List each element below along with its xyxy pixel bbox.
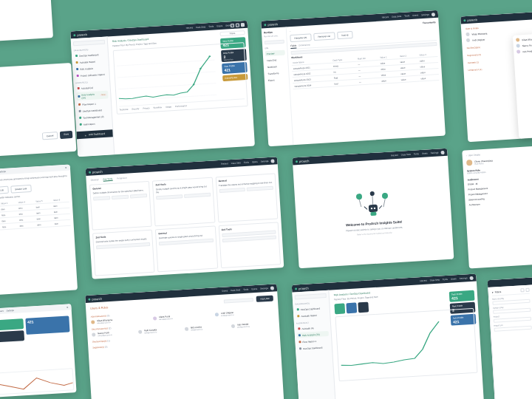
- leftnav-item[interactable]: Data Grid: [265, 57, 285, 64]
- nav-item[interactable]: Settings: [261, 160, 269, 163]
- sidebar-item-aud[interactable]: Flow Report 1: [297, 338, 329, 345]
- user-avatar[interactable]: [440, 150, 444, 154]
- nav-item[interactable]: Data Sets: [392, 15, 401, 18]
- sidebar-item-aud[interactable]: DevOps Dashboard: [77, 106, 109, 114]
- nav-item[interactable]: Data Sets: [196, 25, 205, 29]
- filter-field[interactable]: More recently: [492, 296, 530, 305]
- filter-field[interactable]: Project: [494, 314, 531, 323]
- tab-dimensions[interactable]: Dimensions: [299, 43, 310, 48]
- nav-item[interactable]: Users: [412, 13, 418, 16]
- sidebar-item-dash[interactable]: Autotask Report: [296, 312, 327, 319]
- chart-tab[interactable]: Privacy: [143, 106, 149, 110]
- nav-item[interactable]: Recent: [221, 162, 228, 166]
- chart-tab[interactable]: Performance: [175, 104, 187, 108]
- nav-item[interactable]: Tools: [208, 25, 214, 28]
- gear-icon[interactable]: ⚙: [65, 166, 67, 169]
- nav-item[interactable]: Recent: [391, 154, 398, 157]
- user-item[interactable]: Raki Kunakaraki@proarch.io: [138, 327, 182, 335]
- sidebar-item-aud[interactable]: Risk Report: [78, 120, 110, 127]
- nav-item[interactable]: Data Sets: [430, 279, 440, 282]
- stream-button[interactable]: Stream Link: [10, 185, 32, 194]
- nav-item[interactable]: Recent: [420, 279, 427, 283]
- kpi-chip[interactable]: [346, 302, 357, 313]
- nav-item[interactable]: Data Sets: [231, 288, 240, 292]
- close-icon[interactable]: [525, 288, 529, 292]
- refresh-icon[interactable]: [236, 23, 239, 27]
- add-user-button[interactable]: Add User: [256, 296, 273, 302]
- chart-tab[interactable]: Security: [132, 107, 139, 111]
- grid-icon[interactable]: [231, 24, 234, 27]
- sidebar-item-aud-selected[interactable]: Risk Analysis (34): [297, 331, 329, 338]
- nav-item[interactable]: Users: [222, 289, 228, 292]
- filter-field[interactable]: Report set: [494, 323, 531, 332]
- kpi-chip[interactable]: [334, 303, 345, 314]
- nav-item[interactable]: Settings: [260, 287, 268, 290]
- user-item[interactable]: Nancy Rothnancy@proarch.io: [92, 330, 135, 338]
- autoid-button[interactable]: Auto-id: [337, 31, 353, 39]
- nav-item[interactable]: Settings: [431, 151, 439, 154]
- search-input[interactable]: [73, 40, 105, 47]
- search-input[interactable]: [224, 298, 253, 303]
- sidebar-item-aud[interactable]: Flow Report 1: [77, 100, 109, 107]
- tab-fields[interactable]: Fields: [290, 44, 296, 49]
- add-dashboard-button[interactable]: ＋Add Dashboard: [76, 129, 113, 139]
- leftnav-item[interactable]: Export: [267, 77, 287, 83]
- sidebar-item-dash[interactable]: Autotask Report: [74, 58, 106, 66]
- nav-item[interactable]: Users: [422, 151, 428, 154]
- nav-item[interactable]: Recent: [382, 16, 389, 19]
- remove-button[interactable]: Remove List: [313, 32, 335, 41]
- sidebar-item-aud[interactable]: DevOps Dashboard: [298, 344, 330, 352]
- nav-item[interactable]: Settings: [421, 13, 429, 17]
- cancel-button[interactable]: Cancel: [42, 132, 58, 140]
- sidebar-item-aud-selected[interactable]: Risk Analysis (34)New: [76, 91, 109, 101]
- filter-field[interactable]: Syntax array: [493, 305, 531, 314]
- save-button[interactable]: Save: [60, 131, 72, 139]
- filters-toggle[interactable]: Filters: [219, 30, 245, 36]
- user-avatar[interactable]: [469, 276, 473, 279]
- nav-item[interactable]: Settings: [7, 309, 14, 313]
- nav-item[interactable]: Users: [251, 287, 257, 290]
- nav-item[interactable]: Users: [216, 24, 222, 27]
- tab-active[interactable]: Zod Tools: [103, 177, 112, 182]
- user-avatar[interactable]: [270, 159, 274, 163]
- sidebar-item-dash[interactable]: DevOps Dashboard: [296, 305, 327, 313]
- leftnav-item[interactable]: Transforms: [266, 70, 286, 77]
- user-avatar[interactable]: [270, 286, 274, 290]
- kpi-card[interactable]: 421: [25, 316, 70, 335]
- tab[interactable]: General: [91, 178, 99, 183]
- user-avatar[interactable]: [432, 13, 435, 16]
- kpi-card[interactable]: Tech Profile421: [449, 290, 475, 302]
- nav-item[interactable]: Tools: [243, 288, 248, 291]
- sidebar-item-aud[interactable]: Autotask (4): [76, 84, 108, 92]
- sidebar-item-aud[interactable]: Tool Management (2): [78, 113, 109, 120]
- nav-item[interactable]: Settings: [0, 170, 6, 174]
- user-item[interactable]: Nid Antolininid@proarch.io: [185, 324, 228, 332]
- nav-item[interactable]: Data Sets: [401, 153, 411, 157]
- nav-item[interactable]: Users: [252, 160, 258, 163]
- chart-tab[interactable]: Technical: [120, 108, 129, 112]
- nav-item[interactable]: Users: [0, 310, 4, 313]
- user-item[interactable]: Ash Penderash@proarch.io: [231, 321, 275, 329]
- search-input[interactable]: [295, 293, 327, 300]
- sidebar-item-dash[interactable]: Risk Analysis: [75, 65, 106, 72]
- nav-item[interactable]: Tools: [443, 278, 448, 281]
- export-icon[interactable]: [241, 23, 245, 27]
- nav-item[interactable]: Data Sets: [231, 161, 241, 165]
- sidebar-item-aud[interactable]: Autotask (4): [296, 324, 328, 332]
- leftnav-item[interactable]: Preview: [265, 50, 285, 57]
- refresh-icon[interactable]: [520, 288, 524, 292]
- remove-button[interactable]: Remove List: [0, 186, 8, 195]
- rename-button[interactable]: Rename List: [290, 33, 311, 42]
- nav-item[interactable]: Tools: [404, 14, 409, 17]
- kpi-chip[interactable]: [358, 302, 369, 313]
- gear-icon[interactable]: ⚙: [66, 305, 68, 308]
- search-input[interactable]: [265, 40, 284, 45]
- sidebar-item-dash[interactable]: DevOps Dashboard: [74, 52, 106, 59]
- sidebar-item-dash[interactable]: Project Utilization Report: [75, 72, 107, 79]
- nav-item[interactable]: Recent: [186, 26, 194, 30]
- nav-item[interactable]: Users: [451, 277, 457, 280]
- kpi-card[interactable]: Level 4 Data2: [0, 330, 24, 344]
- nav-item[interactable]: Settings: [460, 276, 468, 280]
- tab[interactable]: Projection: [117, 177, 127, 181]
- nav-item[interactable]: Tools: [244, 161, 249, 164]
